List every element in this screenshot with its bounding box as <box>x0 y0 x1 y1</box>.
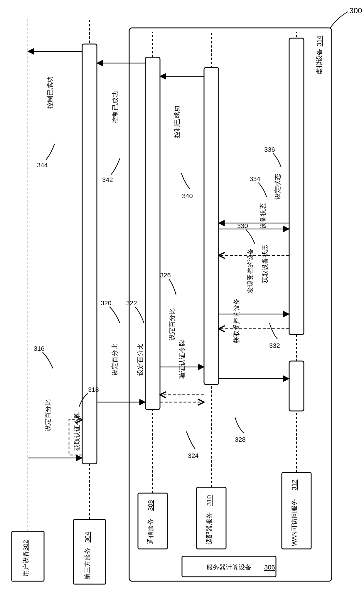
msg-328-text: 获取受控的设备 <box>233 298 240 343</box>
virtual-device-ref: 314 <box>316 36 323 47</box>
figure-ref-leader <box>330 12 348 28</box>
msg-336-text: 设定状态 <box>274 174 281 200</box>
msg-332-text: 获取设备状态 <box>261 245 269 283</box>
msg-336-ref: 336 <box>264 146 275 153</box>
msg-332: 获取设备状态 332 <box>219 245 289 349</box>
virtual-device-label: 虚拟设备 <box>316 49 323 75</box>
msg-342-ref: 342 <box>102 176 113 183</box>
msg-334-text: 设备状态 <box>259 203 267 229</box>
msg-324-text: 验证认证令牌 <box>178 340 186 379</box>
third-party-label: 第三方服务 <box>84 547 91 580</box>
server-label: 服务器计算设备 <box>206 564 252 571</box>
msg-332-ref: 332 <box>269 342 280 349</box>
adapter-svc-ref: 310 <box>205 495 213 506</box>
user-device-label: 用户设备 <box>22 551 29 576</box>
activation-adapter-svc <box>204 68 219 385</box>
msg-324: 验证认证令牌 324 <box>160 340 204 459</box>
msg-316-ref: 316 <box>34 345 45 352</box>
msg-316-text: 设定百分比 <box>44 399 51 431</box>
user-device-ref: 302 <box>22 540 29 551</box>
comm-svc-label: 通信服务 <box>147 518 154 544</box>
comm-svc-ref: 308 <box>147 500 154 511</box>
msg-318-text: 获取认证令牌 <box>73 412 81 451</box>
third-party-ref: 304 <box>84 532 91 543</box>
activation-wan-svc-1 <box>289 361 304 411</box>
wan-svc-label: WAN可访问服务 <box>291 499 298 546</box>
figure-ref: 300 <box>349 6 362 15</box>
server-ref: 306 <box>264 564 275 571</box>
msg-324-ref: 324 <box>188 452 199 459</box>
msg-328-ref: 328 <box>235 436 246 443</box>
msg-344: 控制已成功 344 <box>28 51 82 169</box>
msg-322-text: 设定百分比 <box>136 343 144 376</box>
msg-320-ref: 320 <box>101 299 112 307</box>
msg-334-ref: 334 <box>250 175 260 183</box>
msg-322-ref: 322 <box>126 299 137 307</box>
activation-comm-svc <box>145 57 160 409</box>
msg-340-text: 控制已成功 <box>173 106 181 138</box>
msg-328: 获取受控的设备 328 <box>219 298 289 443</box>
msg-320-text: 设定百分比 <box>111 343 118 376</box>
msg-344-ref: 344 <box>37 161 48 169</box>
activation-third-party <box>82 44 97 464</box>
msg-340-ref: 340 <box>182 192 193 200</box>
participant-user-device: 用户设备 302 <box>12 19 44 581</box>
activation-wan-svc-2 <box>289 38 304 335</box>
msg-336: 设定状态 336 <box>219 146 289 229</box>
msg-342: 控制已成功 342 <box>97 63 145 183</box>
msg-344-text: 控制已成功 <box>46 76 54 109</box>
msg-326-ref: 326 <box>160 272 171 279</box>
wan-svc-ref: 312 <box>291 480 298 490</box>
msg-342-text: 控制已成功 <box>112 91 119 123</box>
sequence-diagram: 300 用户设备 302 第三方服务 304 服务器计算设备 306 通信服务 … <box>0 0 364 590</box>
msg-340: 控制已成功 340 <box>160 76 204 200</box>
adapter-svc-label: 适配器服务 <box>205 512 213 545</box>
label-virtual-device: 虚拟设备 314 <box>316 36 323 75</box>
msg-330: 发现受控的设备 330 <box>219 222 289 329</box>
msg-326-text: 设定百分比 <box>168 308 176 340</box>
msg-318-ref: 318 <box>88 386 99 393</box>
